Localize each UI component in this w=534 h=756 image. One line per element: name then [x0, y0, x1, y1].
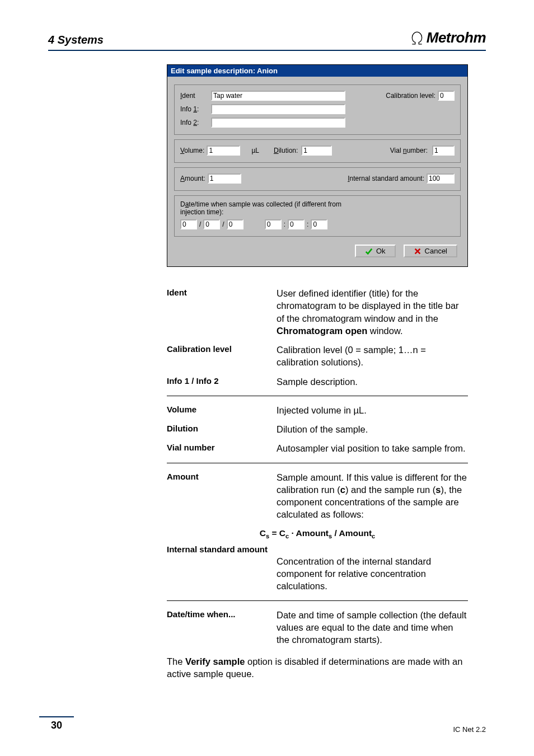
- desc-istd: Concentration of the internal standard c…: [277, 555, 468, 593]
- field-calib-level[interactable]: [438, 91, 455, 101]
- close-icon: [414, 247, 421, 255]
- desc-calib: Calibration level (0 = sample; 1…n = cal…: [277, 344, 468, 369]
- desc-volume: Injected volume in µL.: [277, 404, 468, 416]
- field-time-h[interactable]: [265, 219, 282, 229]
- running-header: 4 Systems Metrohm: [48, 29, 486, 51]
- label-dilution: Dilution:: [274, 147, 298, 154]
- group-volume: Volume: µL Dilution: Vial number:: [174, 139, 461, 163]
- page-number: 30: [39, 716, 74, 734]
- desc-ident: User defined identifier (title) for the …: [277, 287, 468, 337]
- field-info1[interactable]: [211, 104, 345, 114]
- ok-label: Ok: [376, 247, 386, 255]
- label-volume: Volume:: [180, 147, 204, 154]
- term-dilution: Dilution: [167, 423, 277, 435]
- desc-dilution: Dilution of the sample.: [277, 423, 468, 435]
- brand-text: Metrohm: [427, 29, 486, 46]
- group-ident: Ident Calibration level: Info 1: Info 2:: [174, 84, 461, 135]
- field-istd[interactable]: [427, 173, 455, 184]
- amount-formula: Cs = Cc · Amounts / Amountc: [167, 528, 468, 541]
- page-footer: 30 IC Net 2.2: [39, 716, 486, 734]
- brand-logo: Metrohm: [410, 29, 486, 46]
- label-info2: Info 2:: [180, 119, 211, 126]
- term-datetime: Date/time when...: [167, 609, 277, 646]
- field-amount[interactable]: [208, 173, 241, 184]
- omega-icon: [410, 31, 424, 45]
- term-volume: Volume: [167, 404, 277, 416]
- label-amount: Amount:: [180, 175, 205, 182]
- label-vial: Vial number:: [390, 147, 428, 154]
- desc-amount: Sample amount. If this value is differen…: [277, 471, 468, 521]
- section-title: 4 Systems: [48, 34, 104, 46]
- check-icon: [365, 247, 373, 255]
- sep-colon-2: :: [307, 220, 308, 228]
- sep-slash-2: /: [222, 220, 224, 228]
- term-amount: Amount: [167, 471, 277, 521]
- tail-note: The Verify sample option is disabled if …: [167, 655, 468, 680]
- term-info: Info 1 / Info 2: [167, 375, 277, 388]
- field-vial[interactable]: [432, 145, 455, 156]
- term-calib: Calibration level: [167, 344, 277, 369]
- desc-datetime: Date and time of sample collection (the …: [277, 609, 468, 646]
- version-label: IC Net 2.2: [453, 725, 486, 734]
- label-volume-unit: µL: [251, 147, 259, 154]
- desc-vial: Autosampler vial position to take sample…: [277, 442, 468, 454]
- label-ident: Ident: [180, 92, 211, 100]
- label-calib-level: Calibration level:: [386, 92, 435, 100]
- term-istd: Internal standard amount: [167, 544, 468, 555]
- label-info1: Info 1:: [180, 105, 211, 113]
- dialog-title: Edit sample description: Anion: [167, 65, 467, 77]
- field-time-s[interactable]: [311, 219, 327, 229]
- field-ident[interactable]: [211, 91, 345, 101]
- field-dilution[interactable]: [301, 145, 332, 156]
- cancel-button[interactable]: Cancel: [404, 245, 457, 257]
- field-time-mi[interactable]: [288, 219, 305, 229]
- group-amount: Amount: Internal standard amount:: [174, 167, 461, 191]
- cancel-label: Cancel: [425, 247, 447, 255]
- ok-button[interactable]: Ok: [355, 245, 396, 257]
- sep-colon-1: :: [284, 220, 285, 228]
- sep-slash-1: /: [199, 220, 201, 228]
- label-istd: Internal standard amount:: [348, 175, 424, 182]
- field-date-m[interactable]: [203, 219, 220, 229]
- edit-sample-dialog: Edit sample description: Anion Ident Cal…: [167, 64, 468, 267]
- field-info2[interactable]: [211, 118, 345, 128]
- term-ident: Ident: [167, 287, 277, 337]
- field-date-d[interactable]: [180, 219, 197, 229]
- desc-info: Sample description.: [277, 375, 468, 388]
- definitions: Ident User defined identifier (title) fo…: [167, 284, 468, 650]
- field-volume[interactable]: [207, 145, 240, 156]
- group-datetime: Date/time when sample was collected (if …: [174, 195, 461, 237]
- label-datetime: Date/time when sample was collected (if …: [180, 200, 359, 216]
- term-vial: Vial number: [167, 442, 277, 454]
- field-date-y[interactable]: [227, 219, 243, 229]
